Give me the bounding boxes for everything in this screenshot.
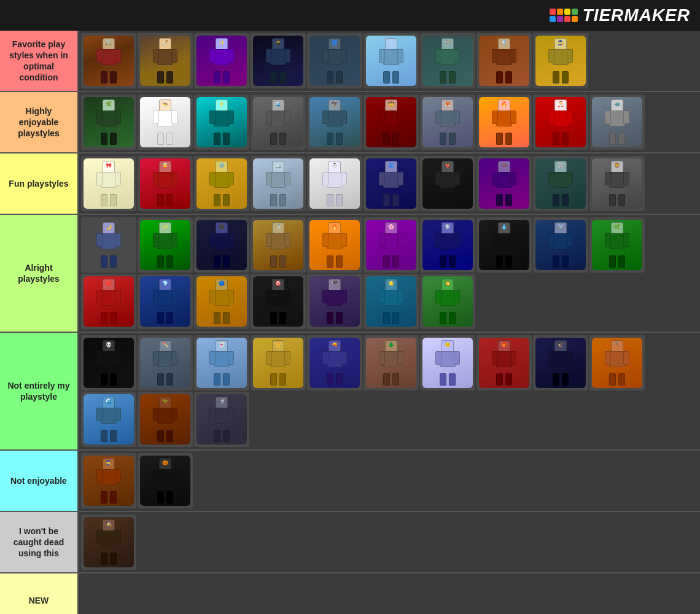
character-33: 🤺 [253, 220, 303, 270]
char-slot[interactable]: 🤺 [194, 392, 249, 447]
char-slot[interactable]: 🗡️ [138, 33, 193, 88]
char-slot[interactable]: 👹 [420, 156, 475, 211]
char-slot[interactable]: ⚡ [194, 95, 249, 150]
tier-row-b: Fun playstyles 🎀 🧝 [0, 154, 700, 215]
header-row: TiERMAKER [0, 0, 700, 31]
char-slot[interactable]: ☃️ [307, 156, 362, 211]
char-slot[interactable]: 🌀 [307, 33, 362, 88]
logo-cell-8 [572, 16, 578, 22]
char-slot[interactable]: 🦏 [589, 95, 645, 150]
character-40: 🔴 [84, 276, 134, 327]
character-22: ⚙️ [196, 158, 247, 209]
char-slot[interactable]: 🕵️ [81, 515, 136, 570]
tiermaker-logo: TiERMAKER [550, 6, 690, 25]
char-slot[interactable]: 😇 [420, 335, 475, 391]
char-slot[interactable]: 🎁 [476, 335, 532, 391]
char-slot[interactable]: 🦁 [589, 156, 645, 211]
char-slot[interactable]: 💧 [476, 217, 532, 273]
char-slot[interactable]: 🔴 [81, 274, 136, 329]
character-31: ✨ [140, 220, 190, 270]
char-slot[interactable]: 👑 [251, 335, 306, 391]
char-slot[interactable]: 🌙 [81, 217, 136, 273]
character-39: 🌿 [592, 220, 642, 270]
char-slot[interactable]: 👨‍🍳 [138, 95, 193, 150]
char-slot[interactable]: 🏔️ [251, 156, 306, 211]
char-slot[interactable]: 🔥 [476, 95, 532, 150]
char-slot[interactable]: 🏴 [307, 274, 362, 329]
char-slot[interactable]: 🥷 [251, 33, 306, 88]
char-slot[interactable]: 🧙 [81, 453, 136, 508]
char-slot[interactable]: ⛏️ [589, 335, 645, 391]
char-slot[interactable]: 🤠 [364, 95, 419, 150]
char-slot[interactable]: 👻 [194, 335, 249, 391]
tier-row-d: Not entirely my playstyle 💀 🪓 [0, 333, 700, 451]
character-54: 🎁 [479, 338, 529, 388]
char-slot[interactable]: ❄️ [364, 33, 419, 88]
char-slot[interactable]: 🐺 [533, 156, 588, 211]
char-slot[interactable]: 🎀 [81, 156, 136, 211]
char-slot[interactable]: 🎯 [251, 274, 306, 329]
char-slot[interactable]: ⚔️ [533, 217, 588, 273]
char-slot[interactable]: 🔥 [307, 217, 362, 273]
character-61: 🎃 [140, 456, 190, 506]
char-slot[interactable]: 🛡️ [420, 217, 475, 273]
char-slot[interactable]: 🌸 [364, 217, 419, 273]
tier-label-b: Fun playstyles [0, 154, 79, 214]
tier-content-e: 🧙 🎃 [79, 451, 700, 511]
tier-label-a: Highly enjoyable playstyles [0, 92, 79, 152]
char-slot[interactable]: 🌊 [81, 392, 136, 447]
character-53: 😇 [422, 338, 473, 388]
char-slot[interactable]: 🤺 [251, 217, 306, 273]
char-slot[interactable]: 🎅 [533, 95, 588, 150]
character-46: 💥 [422, 276, 473, 327]
tier-row-f: I won't be caught dead using this 🕵️ [0, 512, 700, 573]
char-slot[interactable]: 🌟 [364, 274, 419, 329]
character-18: 🎅 [535, 97, 586, 147]
char-slot[interactable]: 🧙 [533, 33, 588, 88]
character-38: ⚔️ [535, 220, 586, 270]
char-slot[interactable]: 🦇 [476, 156, 532, 211]
tier-content-new [79, 573, 700, 614]
char-slot[interactable]: 🌿 [589, 217, 645, 273]
char-slot[interactable]: 🦖 [138, 392, 193, 447]
char-slot[interactable]: 🪓 [138, 335, 193, 391]
char-slot[interactable]: 💀 [81, 335, 136, 391]
char-slot[interactable]: 💥 [420, 274, 475, 329]
char-slot[interactable]: ✨ [194, 33, 249, 88]
tier-label-s: Favorite play styles when in optimal con… [0, 31, 79, 91]
character-19: 🦏 [592, 97, 642, 147]
tier-row-a: Highly enjoyable playstyles 🌿 👨‍🍳 [0, 92, 700, 154]
char-slot[interactable]: 💎 [138, 274, 193, 329]
character-16: 🦊 [422, 97, 473, 147]
char-slot[interactable]: 🌿 [81, 95, 136, 150]
char-slot[interactable]: 🛡️ [476, 33, 532, 88]
char-slot[interactable]: ⚫ [194, 217, 249, 273]
char-slot[interactable]: 🦊 [420, 95, 475, 150]
char-slot[interactable]: 🏹 [420, 33, 475, 88]
char-slot[interactable]: ⚔️ [81, 33, 136, 88]
character-11: 👨‍🍳 [140, 97, 190, 147]
char-slot[interactable]: 🦅 [533, 335, 588, 391]
char-slot[interactable]: 🌊 [251, 95, 306, 150]
character-5: 🌀 [309, 36, 360, 86]
char-slot[interactable]: 🎃 [138, 453, 193, 508]
character-41: 💎 [140, 276, 190, 327]
character-27: 🦇 [479, 158, 529, 209]
char-slot[interactable]: 🦅 [307, 95, 362, 150]
character-47: 💀 [84, 338, 134, 388]
character-42: 🔵 [196, 276, 247, 327]
logo-cell-1 [550, 9, 556, 15]
char-slot[interactable]: 🧝 [138, 156, 193, 211]
char-slot[interactable]: ✨ [138, 217, 193, 273]
char-slot[interactable]: ⚙️ [194, 156, 249, 211]
char-slot[interactable]: 🌲 [364, 335, 419, 391]
character-24: ☃️ [309, 158, 360, 209]
character-20: 🎀 [84, 158, 134, 209]
char-slot[interactable]: 🔵 [194, 274, 249, 329]
char-slot[interactable]: 🌀 [364, 156, 419, 211]
char-slot[interactable]: 🔫 [307, 335, 362, 391]
character-26: 👹 [422, 158, 473, 209]
tier-content-s: ⚔️ 🗡️ ✨ [79, 31, 700, 91]
tier-label-c: Alright playstyles [0, 215, 79, 332]
tier-content-b: 🎀 🧝 ⚙️ [79, 154, 700, 214]
